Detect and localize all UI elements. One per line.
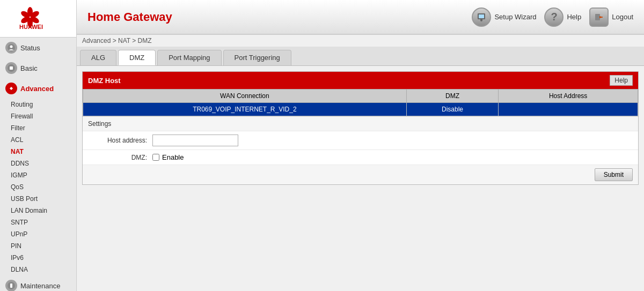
content-area: DMZ Host Help WAN Connection DMZ Host Ad…	[77, 66, 644, 291]
host-address-label: Host address:	[88, 137, 152, 144]
svg-rect-17	[480, 19, 482, 20]
basic-icon	[5, 62, 17, 74]
svg-rect-13	[10, 283, 12, 288]
host-address-row: Host address:	[83, 131, 638, 150]
svg-rect-10	[10, 66, 13, 70]
tab-port-triggering[interactable]: Port Triggering	[223, 50, 291, 65]
cell-wan: TR069_VOIP_INTERNET_R_VID_2	[83, 103, 407, 116]
panel-help-button[interactable]: Help	[610, 75, 633, 86]
sidebar-item-usb-port[interactable]: USB Port	[0, 193, 76, 205]
tab-alg[interactable]: ALG	[80, 50, 116, 65]
dmz-enable-row: DMZ: Enable	[83, 150, 638, 165]
header: Home Gateway Setup Wizard ? Help	[77, 0, 644, 35]
col-wan-connection: WAN Connection	[83, 89, 407, 103]
host-address-input[interactable]	[152, 135, 238, 146]
settings-label: Settings	[83, 116, 638, 131]
cell-dmz: Disable	[406, 103, 499, 116]
submit-row: Submit	[83, 165, 638, 184]
submit-button[interactable]: Submit	[595, 168, 633, 181]
sidebar-status-label: Status	[20, 44, 40, 52]
setup-wizard-button[interactable]: Setup Wizard	[472, 8, 536, 27]
tab-port-mapping[interactable]: Port Mapping	[157, 50, 221, 65]
sidebar-maintenance-label: Maintenance	[20, 282, 60, 290]
huawei-logo: HUAWEI	[17, 5, 60, 32]
wizard-icon	[472, 8, 491, 27]
dmz-enable-checkbox[interactable]	[152, 154, 159, 161]
sidebar-item-firewall[interactable]: Firewall	[0, 110, 76, 122]
sidebar-item-filter[interactable]: Filter	[0, 122, 76, 134]
help-label: Help	[567, 13, 581, 21]
table-row[interactable]: TR069_VOIP_INTERNET_R_VID_2 Disable	[83, 103, 638, 116]
advanced-icon	[5, 83, 17, 94]
col-host-address: Host Address	[499, 89, 638, 103]
help-button[interactable]: ? Help	[544, 8, 581, 27]
logout-label: Logout	[612, 13, 633, 21]
wizard-label: Setup Wizard	[494, 13, 536, 21]
main-content: Home Gateway Setup Wizard ? Help	[77, 0, 644, 291]
svg-point-8	[10, 46, 13, 48]
sidebar-advanced-label: Advanced	[20, 85, 54, 93]
logout-icon	[589, 8, 609, 27]
svg-rect-18	[595, 14, 600, 20]
page-title: Home Gateway	[87, 10, 472, 24]
maintenance-icon	[5, 280, 17, 291]
svg-rect-15	[479, 14, 484, 18]
tab-bar: ALG DMZ Port Mapping Port Triggering	[77, 47, 644, 66]
logo: HUAWEI	[0, 0, 76, 38]
cell-host	[499, 103, 638, 116]
panel-header: DMZ Host Help	[83, 72, 638, 89]
dmz-panel: DMZ Host Help WAN Connection DMZ Host Ad…	[82, 71, 639, 185]
header-actions: Setup Wizard ? Help Logout	[472, 8, 633, 27]
status-icon	[5, 42, 17, 54]
col-dmz: DMZ	[406, 89, 499, 103]
sidebar: HUAWEI Status Basic Advanced Routing Fir…	[0, 0, 77, 291]
sidebar-item-qos[interactable]: QoS	[0, 181, 76, 193]
breadcrumb: Advanced > NAT > DMZ	[77, 35, 644, 47]
sidebar-item-upnp[interactable]: UPnP	[0, 228, 76, 240]
sidebar-item-igmp[interactable]: IGMP	[0, 169, 76, 181]
enable-label: Enable	[162, 153, 184, 161]
sidebar-subitems: Routing Firewall Filter ACL NAT DDNS IGM…	[0, 99, 76, 275]
sidebar-item-maintenance[interactable]: Maintenance	[0, 275, 76, 291]
help-icon: ?	[544, 8, 564, 27]
sidebar-item-ipv6[interactable]: IPv6	[0, 252, 76, 264]
sidebar-item-lan-domain[interactable]: LAN Domain	[0, 205, 76, 217]
sidebar-item-nat[interactable]: NAT	[0, 146, 76, 158]
sidebar-item-status[interactable]: Status	[0, 38, 76, 58]
sidebar-item-basic[interactable]: Basic	[0, 58, 76, 78]
sidebar-item-advanced[interactable]: Advanced	[0, 78, 76, 99]
dmz-label: DMZ:	[88, 154, 152, 161]
panel-title: DMZ Host	[88, 77, 121, 85]
sidebar-item-sntp[interactable]: SNTP	[0, 217, 76, 228]
dmz-table: WAN Connection DMZ Host Address TR069_VO…	[83, 89, 638, 116]
logout-button[interactable]: Logout	[589, 8, 633, 27]
sidebar-item-dlna[interactable]: DLNA	[0, 264, 76, 275]
sidebar-item-pin[interactable]: PIN	[0, 240, 76, 252]
sidebar-item-routing[interactable]: Routing	[0, 99, 76, 110]
sidebar-item-ddns[interactable]: DDNS	[0, 158, 76, 169]
sidebar-basic-label: Basic	[20, 64, 38, 72]
tab-dmz[interactable]: DMZ	[118, 50, 156, 65]
svg-text:HUAWEI: HUAWEI	[19, 24, 43, 30]
sidebar-item-acl[interactable]: ACL	[0, 134, 76, 146]
